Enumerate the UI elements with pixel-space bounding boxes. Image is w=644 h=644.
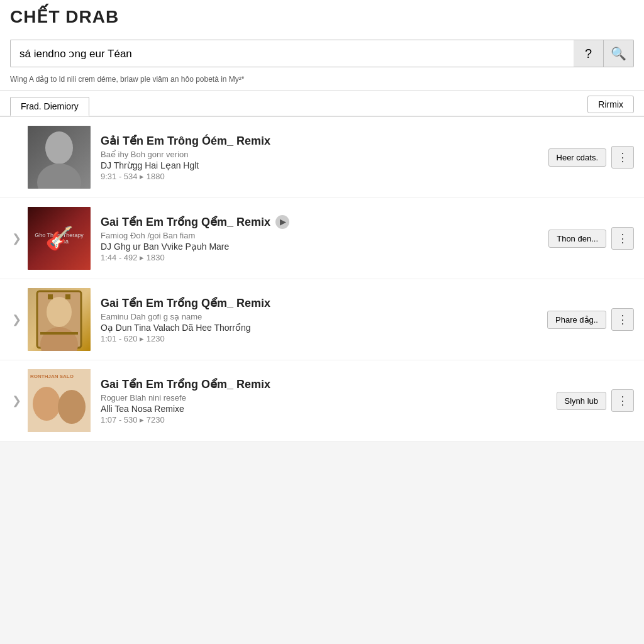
track-subtitle-2: Famiog Đoh /goi Ban fiam — [101, 231, 538, 240]
help-icon: ? — [585, 47, 592, 61]
svg-text:RONTHJAN SALO: RONTHJAN SALO — [30, 374, 74, 379]
track-item-2: ❯Gho Them Therapy Lemma🎸Gai Tển Em Trổng… — [0, 198, 644, 279]
tab-rirmix[interactable]: Rirmix — [587, 96, 634, 113]
track-artist-2: DJ Ghg ur Ban Vvike Pạuh Mare — [101, 242, 538, 252]
svg-point-10 — [33, 387, 60, 421]
svg-rect-6 — [48, 294, 53, 299]
action-button-3[interactable]: Phare dảg.. — [547, 311, 606, 329]
track-title-2: Gai Tển Em Trổng Qểm_ Remix▶ — [101, 215, 538, 229]
search-help-button[interactable]: ? — [574, 40, 604, 67]
svg-point-0 — [45, 131, 73, 164]
track-item-1: Gải Tển Em Trông Óém_ RemixBaể ihy Boh g… — [0, 117, 644, 198]
track-info-2: Gai Tển Em Trổng Qểm_ Remix▶Famiog Đoh /… — [101, 215, 538, 262]
track-subtitle-1: Baể ihy Boh gonr verion — [101, 150, 538, 159]
track-artist-1: DJ Thrừgg Hai Lẹan Hglt — [101, 160, 538, 170]
results-list: Gải Tển Em Trông Óém_ RemixBaể ihy Boh g… — [0, 117, 644, 441]
svg-point-11 — [58, 390, 86, 424]
album-art-4: RONTHJAN SALO — [28, 369, 91, 432]
app-title: CHẾT DRAB — [10, 6, 634, 33]
chevron-left-icon-2[interactable]: ❯ — [10, 231, 23, 245]
chevron-left-icon-3[interactable]: ❯ — [10, 313, 23, 326]
menu-button-4[interactable] — [611, 389, 634, 412]
track-meta-2: 1:44 - 492 ▸ 1830 — [101, 253, 538, 262]
track-info-1: Gải Tển Em Trông Óém_ RemixBaể ihy Boh g… — [101, 134, 538, 181]
track-meta-4: 1:07 - 530 ▸ 7230 — [101, 415, 547, 425]
action-button-1[interactable]: Heer cdats. — [548, 148, 606, 167]
dots-icon-4 — [617, 394, 628, 408]
track-meta-1: 9:31 - 534 ▸ 1880 — [101, 172, 538, 181]
album-art-2: Gho Them Therapy Lemma🎸 — [28, 207, 91, 270]
track-title-4: Gai Tển Em Trổng Oểm_ Remix — [101, 377, 547, 391]
search-icon: 🔍 — [611, 46, 626, 61]
search-button[interactable]: 🔍 — [604, 40, 634, 67]
svg-point-3 — [47, 297, 72, 327]
track-actions-1: Heer cdats. — [548, 146, 634, 169]
dots-icon-2 — [617, 231, 628, 245]
track-info-3: Gai Tển Em Trổng Qểm_ RemixEaminu Dah go… — [101, 296, 537, 343]
track-item-4: ❯RONTHJAN SALOGai Tển Em Trổng Oểm_ Remi… — [0, 360, 644, 441]
track-info-4: Gai Tển Em Trổng Oểm_ RemixRoguer Blah n… — [101, 377, 547, 425]
tabs-bar: Frad. Diemiory Rirmix — [0, 91, 644, 117]
svg-point-1 — [37, 164, 81, 189]
track-artist-4: Alli Tea Nosa Remixe — [101, 404, 547, 414]
album-art-3 — [28, 288, 91, 351]
track-actions-2: Thon đen... — [548, 227, 634, 250]
svg-rect-7 — [65, 294, 70, 299]
chevron-left-icon-4[interactable]: ❯ — [10, 394, 23, 408]
track-item-3: ❯Gai Tển Em Trổng Qểm_ RemixEaminu Dah g… — [0, 279, 644, 360]
track-artist-3: Oạ Dun Tina Valach Dã Hee Thorrổng — [101, 323, 537, 333]
album-art-1 — [28, 126, 91, 189]
menu-button-1[interactable] — [611, 146, 634, 169]
action-button-2[interactable]: Thon đen... — [548, 230, 606, 248]
play-icon-2[interactable]: ▶ — [275, 215, 289, 229]
search-hint: Wing A dảg to ld nili crem déme, brlaw p… — [10, 72, 634, 90]
menu-button-2[interactable] — [611, 227, 634, 250]
app-header: CHẾT DRAB ? 🔍 Wing A dảg to ld nili crem… — [0, 0, 644, 91]
dots-icon-3 — [617, 313, 628, 326]
track-meta-3: 1:01 - 620 ▸ 1230 — [101, 334, 537, 343]
action-button-4[interactable]: Slynh lub — [557, 392, 606, 410]
track-actions-3: Phare dảg.. — [547, 308, 634, 331]
track-subtitle-4: Roguer Blah nini resefe — [101, 393, 547, 402]
search-bar: ? 🔍 — [10, 33, 634, 72]
menu-button-3[interactable] — [611, 308, 634, 331]
svg-rect-5 — [40, 332, 78, 335]
dots-icon-1 — [617, 150, 628, 164]
track-title-3: Gai Tển Em Trổng Qểm_ Remix — [101, 296, 537, 310]
track-actions-4: Slynh lub — [557, 389, 634, 412]
tab-frad-diemiory[interactable]: Frad. Diemiory — [10, 97, 89, 116]
search-input[interactable] — [10, 40, 574, 67]
track-title-1: Gải Tển Em Trông Óém_ Remix — [101, 134, 538, 148]
track-subtitle-3: Eaminu Dah gofi g sạ name — [101, 312, 537, 321]
